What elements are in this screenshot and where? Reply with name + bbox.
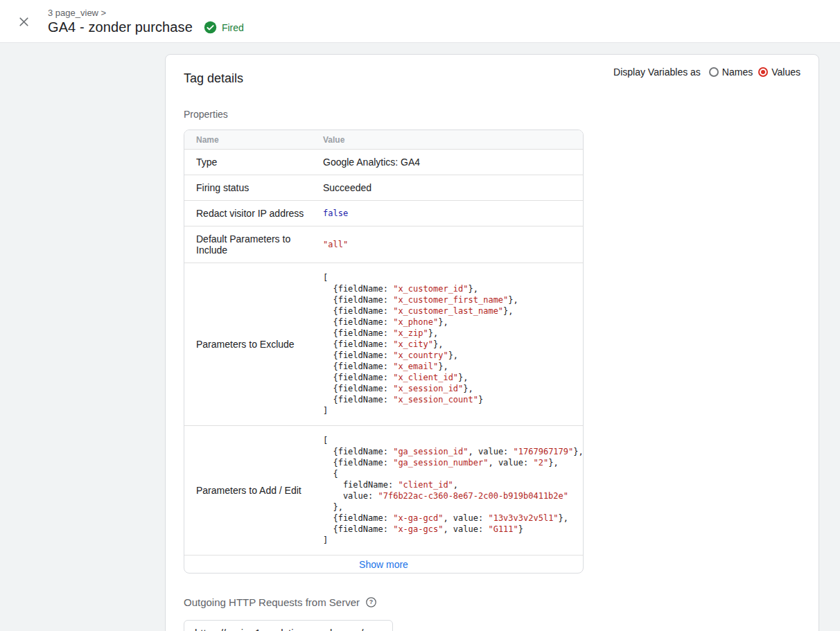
status-badge: Fired (204, 21, 244, 34)
close-icon[interactable] (15, 13, 32, 30)
code-line: {fieldName: "x-ga-gcs", value: "G111"} (323, 524, 584, 535)
property-value: Succeeded (323, 175, 583, 200)
code-segment: "ga_session_number" (393, 458, 488, 468)
code-line: {fieldName: "x_session_id"}, (323, 383, 518, 394)
code-line: {fieldName: "x_customer_first_name"}, (323, 294, 518, 305)
code-segment: { (323, 469, 338, 479)
code-segment: {fieldName: (323, 384, 393, 393)
radio-option-names[interactable]: Names (709, 66, 753, 78)
outgoing-requests-label-text: Outgoing HTTP Requests from Server (184, 596, 360, 608)
code-line: {fieldName: "x_client_id"}, (323, 372, 518, 383)
code-segment: "x_customer_first_name" (393, 295, 508, 305)
request-url[interactable]: https://region1.analytics.google.com/… (184, 621, 392, 631)
display-variables-control: Display Variables as NamesValues (613, 66, 800, 78)
code-segment: , value: (443, 513, 488, 523)
code-segment: "x_customer_last_name" (393, 306, 503, 316)
property-value: Google Analytics: GA4 (323, 150, 583, 175)
property-row-firing-status: Firing statusSucceeded (184, 175, 583, 200)
code-segment: {fieldName: (323, 447, 393, 456)
code-segment: }, (438, 362, 448, 371)
code-line: {fieldName: "x_email"}, (323, 361, 518, 372)
code-segment: "x_phone" (393, 317, 438, 327)
property-name: Default Parameters to Include (184, 226, 323, 263)
column-header-name: Name (184, 135, 323, 145)
property-row-default-parameters-to-include: Default Parameters to Include"all" (184, 226, 583, 263)
code-segment: "x_client_id" (393, 373, 458, 382)
outgoing-request-card[interactable]: https://region1.analytics.google.com/…PO… (184, 620, 393, 631)
property-name: Parameters to Exclude (184, 263, 323, 425)
property-name: Type (184, 150, 323, 175)
radio-selected-icon[interactable] (758, 67, 768, 77)
display-variables-options: NamesValues (703, 66, 800, 78)
code-segment: {fieldName: (323, 373, 393, 382)
property-value: false (323, 201, 583, 226)
radio-option-label: Values (771, 66, 800, 78)
code-segment: , value: (488, 458, 533, 468)
show-more-link[interactable]: Show more (359, 559, 408, 570)
svg-text:?: ? (369, 598, 373, 605)
property-value: [ {fieldName: "x_customer_id"}, {fieldNa… (323, 263, 583, 425)
code-segment: {fieldName: (323, 350, 393, 360)
code-segment: } (478, 395, 483, 405)
outgoing-requests-section-label: Outgoing HTTP Requests from Server ? (184, 596, 800, 608)
code-block: [ {fieldName: "ga_session_id", value: "1… (323, 433, 584, 548)
properties-table-header: Name Value (184, 130, 583, 149)
code-segment: }, (428, 328, 438, 338)
code-line: {fieldName: "x_city"}, (323, 339, 518, 350)
code-segment: }, (438, 317, 448, 327)
code-segment: {fieldName: (323, 295, 393, 305)
code-line: {fieldName: "ga_session_number", value: … (323, 457, 584, 468)
code-segment: false (323, 208, 348, 218)
code-line: fieldName: "client_id", (323, 479, 584, 490)
code-segment: , (453, 480, 458, 490)
fired-check-icon (204, 21, 217, 34)
code-segment: fieldName: (323, 480, 398, 490)
properties-section-label: Properties (184, 109, 800, 120)
code-segment: }, (559, 513, 568, 523)
code-line: {fieldName: "ga_session_id", value: "176… (323, 446, 584, 457)
code-segment: } (518, 524, 523, 534)
code-segment: [ (323, 273, 328, 283)
code-segment: , value: (443, 524, 488, 534)
code-segment: ] (323, 535, 328, 545)
code-segment: }, (458, 373, 468, 382)
code-segment: {fieldName: (323, 513, 393, 523)
code-segment: {fieldName: (323, 284, 393, 294)
page-title: GA4 - zonder purchase (48, 19, 193, 35)
code-segment: "x_city" (393, 339, 433, 349)
property-row-parameters-to-exclude: Parameters to Exclude[ {fieldName: "x_cu… (184, 263, 583, 425)
code-line: value: "7f6b22ac-c360-8e67-2c00-b919b041… (323, 490, 584, 501)
column-header-value: Value (323, 135, 583, 145)
code-segment: "x-ga-gcd" (393, 513, 443, 523)
code-segment: "x_customer_id" (393, 284, 468, 294)
code-segment: Succeeded (323, 182, 371, 193)
code-line: {fieldName: "x_customer_id"}, (323, 283, 518, 294)
radio-option-values[interactable]: Values (758, 66, 800, 78)
code-segment: "x-ga-gcs" (393, 524, 443, 534)
code-segment: "13v3v3v2v5l1" (488, 513, 558, 523)
code-segment: }, (548, 458, 558, 468)
code-segment: "x_session_id" (393, 384, 463, 393)
code-line: { (323, 468, 584, 479)
code-block: [ {fieldName: "x_customer_id"}, {fieldNa… (323, 270, 518, 418)
code-line: {fieldName: "x_phone"}, (323, 317, 518, 328)
code-line: {fieldName: "x_country"}, (323, 350, 518, 361)
code-segment: "ga_session_id" (393, 447, 468, 456)
code-segment: {fieldName: (323, 362, 393, 371)
radio-option-label: Names (722, 66, 753, 78)
property-name: Redact visitor IP address (184, 201, 323, 226)
code-segment: "1767967179" (514, 447, 574, 456)
code-line: ] (323, 535, 584, 546)
code-segment: "x_zip" (393, 328, 428, 338)
help-icon[interactable]: ? (365, 596, 377, 608)
radio-unselected-icon[interactable] (709, 67, 719, 77)
code-line: [ (323, 435, 584, 446)
breadcrumb[interactable]: 3 page_view > (48, 8, 106, 18)
display-variables-label: Display Variables as (613, 66, 701, 78)
tag-details-card: Tag details Display Variables as NamesVa… (165, 54, 819, 631)
code-line: }, (323, 501, 584, 513)
code-line: ] (323, 405, 518, 416)
code-line: {fieldName: "x_session_count"} (323, 394, 518, 405)
code-segment: Google Analytics: GA4 (323, 157, 420, 168)
property-name: Firing status (184, 175, 323, 200)
